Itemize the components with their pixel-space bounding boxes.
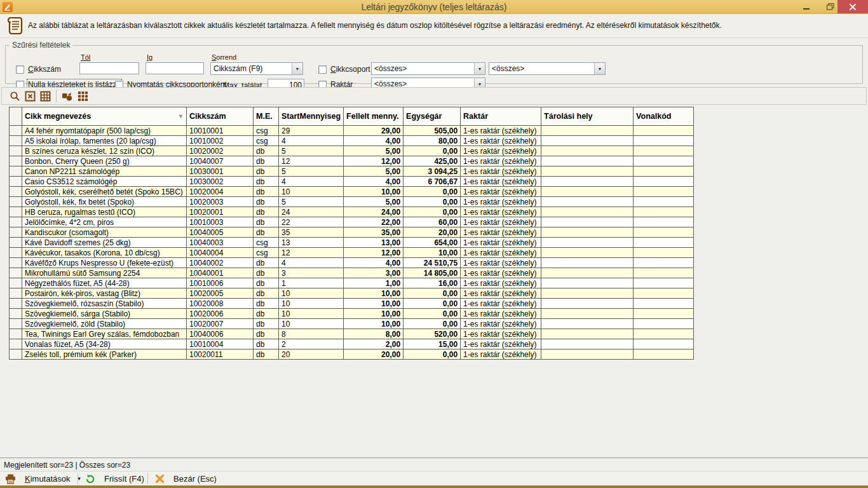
column-header-egysegar[interactable]: Egységár [403,107,461,126]
cell-cikk-megnevezes[interactable]: Vonalas füzet, A5 (34-28) [22,339,187,349]
cell-startmennyiseg[interactable]: 12 [279,156,344,166]
cell-cikkszam[interactable]: 10040004 [187,248,254,258]
cell-fellelt-menny[interactable]: 4,00 [344,177,403,187]
table-row[interactable]: Szövegkiemelő, rózsaszín (Stabilo)100200… [10,299,694,309]
cell-raktar[interactable]: 1-es raktár (székhely) [461,156,541,166]
table-row[interactable]: A5 iskolai írólap, famentes (20 lap/csg)… [10,136,694,146]
cell-cikk-megnevezes[interactable]: Kandiscukor (csomagolt) [22,227,187,238]
cell-raktar[interactable]: 1-es raktár (székhely) [461,217,541,227]
table-row[interactable]: Tea, Twinings Earl Grey szálas, fémdoboz… [10,329,694,339]
cell-cikkszam[interactable]: 10020011 [187,349,254,360]
cell-egysegar[interactable]: 14 805,00 [403,268,461,278]
cell-me[interactable]: db [254,278,279,288]
cell-vonalkod[interactable] [634,349,694,360]
cell-startmennyiseg[interactable]: 29 [279,126,344,136]
column-header-startmennyiseg[interactable]: StartMennyiseg [279,107,344,126]
cell-egysegar[interactable]: 0,00 [403,187,461,197]
cell-egysegar[interactable]: 425,00 [403,156,461,166]
cell-vonalkod[interactable] [634,166,694,177]
cell-fellelt-menny[interactable]: 12,00 [344,156,403,166]
cell-tarolasi-hely[interactable] [541,299,634,309]
cell-raktar[interactable]: 1-es raktár (székhely) [461,319,541,329]
cell-vonalkod[interactable] [634,288,694,299]
tol-input[interactable] [79,62,139,74]
cell-me[interactable]: db [254,197,279,207]
cell-cikkszam[interactable]: 10010004 [187,339,254,349]
table-row[interactable]: Kávé Davidoff szemes (25 dkg)10040003csg… [10,238,694,248]
cell-tarolasi-hely[interactable] [541,288,634,299]
cell-cikk-megnevezes[interactable]: Szövegkiemelő, sárga (Stabilo) [22,309,187,319]
cell-raktar[interactable]: 1-es raktár (székhely) [461,197,541,207]
cell-vonalkod[interactable] [634,187,694,197]
table-grid-icon[interactable] [37,89,53,103]
cell-cikk-megnevezes[interactable]: Golyóstoll, kék, cserélhető betét (Spoko… [22,187,187,197]
shapes-icon[interactable] [60,89,75,103]
row-selector-header[interactable] [10,107,22,126]
cell-fellelt-menny[interactable]: 24,00 [344,207,403,217]
cell-fellelt-menny[interactable]: 4,00 [344,258,403,268]
cell-tarolasi-hely[interactable] [541,258,634,268]
cell-me[interactable]: db [254,156,279,166]
cell-cikkszam[interactable]: 10020001 [187,207,254,217]
row-selector[interactable] [10,349,22,360]
cell-cikk-megnevezes[interactable]: Casio CS3512 számológép [22,177,187,187]
cell-tarolasi-hely[interactable] [541,349,634,360]
cell-cikkszam[interactable]: 10040005 [187,227,254,238]
cell-tarolasi-hely[interactable] [541,217,634,227]
cell-cikk-megnevezes[interactable]: Kávécukor, tasakos (Korona, 10 db/csg) [22,248,187,258]
cell-egysegar[interactable]: 0,00 [403,319,461,329]
cell-tarolasi-hely[interactable] [541,146,634,156]
cell-me[interactable]: db [254,339,279,349]
row-selector[interactable] [10,258,22,268]
table-row[interactable]: Casio CS3512 számológép10030002db44,006 … [10,177,694,187]
table-row[interactable]: Bonbon, Cherry Queen (250 g)10040007db12… [10,156,694,166]
cell-cikkszam[interactable]: 10020008 [187,299,254,309]
cikkcsoport-dropdown-2[interactable]: <összes> ▼ [489,62,606,75]
cell-cikkszam[interactable]: 10020004 [187,187,254,197]
cell-cikk-megnevezes[interactable]: Négyzethálós füzet, A5 (44-28) [22,278,187,288]
cell-startmennyiseg[interactable]: 10 [279,288,344,299]
cell-cikkszam[interactable]: 10010006 [187,278,254,288]
cell-startmennyiseg[interactable]: 10 [279,309,344,319]
cell-raktar[interactable]: 1-es raktár (székhely) [461,146,541,156]
cell-tarolasi-hely[interactable] [541,227,634,238]
cell-fellelt-menny[interactable]: 2,00 [344,339,403,349]
cell-fellelt-menny[interactable]: 13,00 [344,238,403,248]
cell-cikk-megnevezes[interactable]: Postairón, kék-piros, vastag (Blitz) [22,288,187,299]
cell-cikk-megnevezes[interactable]: B színes ceruza készlet, 12 szín (ICO) [22,146,187,156]
cell-tarolasi-hely[interactable] [541,248,634,258]
cell-cikkszam[interactable]: 10020005 [187,288,254,299]
cell-me[interactable]: db [254,187,279,197]
cell-fellelt-menny[interactable]: 5,00 [344,197,403,207]
cell-me[interactable]: db [254,227,279,238]
cikkszam-checkbox[interactable] [16,65,24,74]
cell-vonalkod[interactable] [634,227,694,238]
cell-raktar[interactable]: 1-es raktár (székhely) [461,187,541,197]
cell-cikkszam[interactable]: 10020002 [187,146,254,156]
row-selector[interactable] [10,156,22,166]
table-row[interactable]: Kávécukor, tasakos (Korona, 10 db/csg)10… [10,248,694,258]
cell-me[interactable]: db [254,288,279,299]
cell-cikkszam[interactable]: 10020007 [187,319,254,329]
cell-fellelt-menny[interactable]: 10,00 [344,319,403,329]
table-row[interactable]: Vonalas füzet, A5 (34-28)10010004db22,00… [10,339,694,349]
cell-me[interactable]: csg [254,136,279,146]
cell-raktar[interactable]: 1-es raktár (székhely) [461,177,541,187]
cell-egysegar[interactable]: 6 706,67 [403,177,461,187]
table-row[interactable]: Golyóstoll, kék, fix betét (Spoko)100200… [10,197,694,207]
cell-egysegar[interactable]: 0,00 [403,207,461,217]
cell-me[interactable]: db [254,217,279,227]
column-header-cikkszam[interactable]: Cikkszám [187,107,254,126]
cell-fellelt-menny[interactable]: 20,00 [344,349,403,360]
cell-egysegar[interactable]: 520,00 [403,329,461,339]
row-selector[interactable] [10,319,22,329]
cell-fellelt-menny[interactable]: 10,00 [344,187,403,197]
column-header-cikk-megnevezes[interactable]: Cikk megnevezés▼ [22,107,187,126]
row-selector[interactable] [10,278,22,288]
cell-startmennyiseg[interactable]: 22 [279,217,344,227]
cell-raktar[interactable]: 1-es raktár (székhely) [461,207,541,217]
cell-cikkszam[interactable]: 10010003 [187,217,254,227]
row-selector[interactable] [10,299,22,309]
cell-cikk-megnevezes[interactable]: Golyóstoll, kék, fix betét (Spoko) [22,197,187,207]
close-button[interactable] [837,0,868,13]
